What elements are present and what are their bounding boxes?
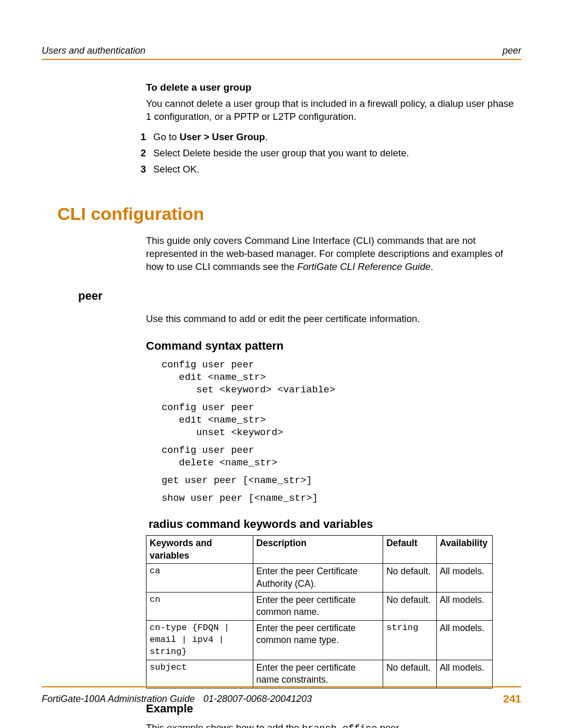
- peer-intro: Use this command to add or edit the peer…: [146, 313, 521, 326]
- cell-availability: All models.: [436, 660, 492, 688]
- step-number: 1: [130, 131, 146, 144]
- step-number: 2: [130, 147, 146, 160]
- step-number: 3: [130, 163, 146, 176]
- cell-default: string: [383, 620, 436, 660]
- col-keywords: Keywords and variables: [146, 536, 253, 564]
- example-paragraph: This example shows how to add the branch…: [146, 722, 521, 728]
- cell-default: No default.: [383, 564, 436, 592]
- cell-description: Enter the peer Certificate Authority (CA…: [253, 564, 383, 592]
- delete-section: To delete a user group You cannot delete…: [146, 81, 521, 124]
- running-footer: FortiGate-100A Administration Guide 01-2…: [42, 686, 521, 706]
- col-availability: Availability: [436, 536, 492, 564]
- delete-title: To delete a user group: [146, 81, 521, 94]
- cell-availability: All models.: [436, 592, 492, 620]
- example-code: branch_office: [302, 723, 377, 728]
- cell-description: Enter the peer certificate common name t…: [253, 620, 383, 660]
- table-header-row: Keywords and variables Description Defau…: [146, 536, 493, 564]
- step1-bold: User > User Group: [179, 131, 265, 142]
- list-item: 3 Select OK.: [130, 163, 521, 176]
- table-row: subject Enter the peer certificate name …: [146, 660, 493, 688]
- code-block: config user peer edit <name_str> set <ke…: [162, 359, 521, 397]
- code-block: config user peer edit <name_str> unset <…: [162, 402, 521, 439]
- cell-default: No default.: [383, 660, 436, 688]
- footer-left: FortiGate-100A Administration Guide: [42, 693, 195, 706]
- list-item: 2 Select Delete beside the user group th…: [130, 147, 521, 160]
- footer-mid: 01-28007-0068-20041203: [203, 693, 312, 705]
- step-text: Select OK.: [153, 163, 521, 176]
- cell-description: Enter the peer certificate common name.: [253, 592, 383, 620]
- cli-intro-b: .: [431, 261, 433, 272]
- cell-keyword: cn-type {FDQN | email | ipv4 | string}: [146, 620, 253, 660]
- table-heading: radius command keywords and variables: [149, 516, 521, 532]
- header-rule: [42, 59, 521, 60]
- step1-suffix: .: [265, 131, 267, 142]
- page-container: Users and authentication peer To delete …: [0, 0, 563, 728]
- list-item: 1 Go to User > User Group.: [130, 131, 521, 144]
- header-left: Users and authentication: [42, 44, 145, 57]
- cli-intro: This guide only covers Command Line Inte…: [146, 235, 521, 274]
- cli-intro-paragraph: This guide only covers Command Line Inte…: [146, 235, 521, 274]
- step-text: Go to User > User Group.: [153, 131, 521, 144]
- step-text: Select Delete beside the user group that…: [153, 147, 521, 160]
- code-block: get user peer [<name_str>]: [162, 475, 521, 487]
- footer-line: FortiGate-100A Administration Guide 01-2…: [42, 693, 521, 706]
- table-row: ca Enter the peer Certificate Authority …: [146, 564, 493, 592]
- keywords-table: Keywords and variables Description Defau…: [146, 535, 493, 688]
- peer-heading: peer: [78, 288, 521, 304]
- running-header: Users and authentication peer: [42, 44, 521, 57]
- cell-availability: All models.: [436, 620, 492, 660]
- peer-paragraph: Use this command to add or edit the peer…: [146, 313, 521, 326]
- cell-keyword: ca: [146, 564, 253, 592]
- table-row: cn Enter the peer certificate common nam…: [146, 592, 493, 620]
- footer-rule: [42, 686, 521, 687]
- cell-default: No default.: [383, 592, 436, 620]
- cell-availability: All models.: [436, 564, 492, 592]
- delete-paragraph: You cannot delete a user group that is i…: [146, 97, 521, 124]
- page-number: 241: [503, 692, 521, 706]
- step1-prefix: Go to: [153, 131, 179, 142]
- table-row: cn-type {FDQN | email | ipv4 | string} E…: [146, 620, 493, 660]
- syntax-heading: Command syntax pattern: [146, 338, 521, 354]
- col-default: Default: [383, 536, 436, 564]
- code-block: show user peer [<name_str>]: [162, 492, 521, 505]
- example-b: peer.: [377, 722, 401, 728]
- col-description: Description: [253, 536, 383, 564]
- example-text: This example shows how to add the branch…: [146, 722, 521, 728]
- cell-description: Enter the peer certificate name constrai…: [253, 660, 383, 688]
- code-block: config user peer delete <name_str>: [162, 445, 521, 470]
- example-a: This example shows how to add the: [146, 722, 302, 728]
- header-right: peer: [503, 44, 521, 57]
- cell-keyword: cn: [146, 592, 253, 620]
- cell-keyword: subject: [146, 660, 253, 688]
- procedure-list: 1 Go to User > User Group. 2 Select Dele…: [130, 131, 521, 176]
- cli-intro-italic: FortiGate CLI Reference Guide: [297, 261, 431, 272]
- cli-configuration-heading: CLI configuration: [57, 202, 521, 226]
